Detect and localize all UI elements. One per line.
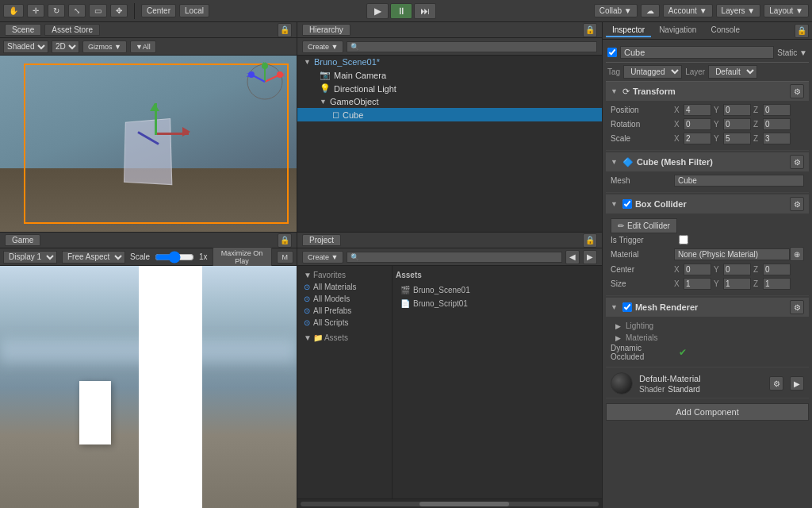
rotation-y-input[interactable] bbox=[723, 118, 751, 130]
project-tab[interactable]: Project bbox=[302, 234, 341, 246]
mute-btn[interactable]: M bbox=[277, 251, 294, 264]
game-tab[interactable]: Game bbox=[5, 234, 40, 246]
size-z-input[interactable] bbox=[763, 278, 791, 290]
scale-y-input[interactable] bbox=[723, 133, 751, 144]
position-x-input[interactable] bbox=[684, 104, 711, 116]
console-tab[interactable]: Console bbox=[704, 24, 746, 37]
collider-material-input[interactable] bbox=[674, 248, 790, 260]
material-settings-btn[interactable]: ⚙ bbox=[769, 376, 783, 391]
scene-tab[interactable]: Scene bbox=[5, 24, 41, 36]
navigation-tab[interactable]: Navigation bbox=[653, 24, 703, 37]
local-btn[interactable]: Local bbox=[179, 4, 209, 17]
svg-text:X: X bbox=[282, 72, 285, 78]
game-lock-btn[interactable]: 🔒 bbox=[278, 233, 292, 248]
hierarchy-camera-item[interactable]: 📷 Main Camera bbox=[297, 68, 602, 82]
inspector-lock-btn[interactable]: 🔒 bbox=[795, 24, 809, 38]
hierarchy-tab[interactable]: Hierarchy bbox=[302, 24, 350, 36]
materials-sub-header[interactable]: ▶ Materials bbox=[611, 332, 804, 344]
transform-settings-btn[interactable]: ⚙ bbox=[790, 84, 804, 98]
move-tool-btn[interactable]: ✛ bbox=[27, 4, 44, 17]
mesh-renderer-settings-btn[interactable]: ⚙ bbox=[790, 300, 804, 314]
layout-btn[interactable]: Layout ▼ bbox=[764, 4, 809, 17]
maximize-btn[interactable]: Maximize On Play bbox=[213, 247, 272, 267]
left-panels: Scene Asset Store 🔒 Shaded 2D Gizmos ▼ ▼… bbox=[0, 22, 297, 508]
transform-header[interactable]: ▼ ⟳ Transform ⚙ bbox=[606, 82, 809, 101]
hierarchy-cube-item[interactable]: ◻ Cube bbox=[297, 108, 602, 121]
account-btn[interactable]: Account ▼ bbox=[663, 4, 713, 17]
hierarchy-create-btn[interactable]: Create ▼ bbox=[302, 40, 343, 53]
aspect-select[interactable]: Free Aspect bbox=[62, 251, 125, 264]
mesh-filter-header[interactable]: ▼ 🔷 Cube (Mesh Filter) ⚙ bbox=[606, 152, 809, 171]
center-y-input[interactable] bbox=[723, 264, 751, 275]
rotation-row: Rotation X Y Z bbox=[611, 118, 804, 130]
project-scrollbar-thumb[interactable] bbox=[419, 502, 509, 506]
collider-material-pick-btn[interactable]: ⊕ bbox=[790, 247, 804, 261]
mode-select[interactable]: 2D bbox=[52, 40, 79, 53]
edit-collider-btn[interactable]: ✏ Edit Collider bbox=[611, 218, 677, 233]
shading-select[interactable]: Shaded bbox=[3, 40, 48, 53]
scale-slider[interactable] bbox=[155, 253, 194, 261]
gizmos-btn[interactable]: Gizmos ▼ bbox=[82, 40, 127, 53]
scale-z-input[interactable] bbox=[763, 133, 791, 144]
cloud-btn[interactable]: ☁ bbox=[641, 4, 660, 17]
layers-btn[interactable]: Layers ▼ bbox=[716, 4, 761, 17]
all-btn[interactable]: ▼All bbox=[130, 40, 156, 53]
project-create-btn[interactable]: Create ▼ bbox=[302, 251, 343, 264]
layer-select[interactable]: Default bbox=[708, 65, 757, 79]
project-nav-right-btn[interactable]: ▶ bbox=[583, 250, 597, 264]
project-scrollbar[interactable] bbox=[297, 498, 602, 508]
position-y-input[interactable] bbox=[723, 104, 751, 116]
box-collider-header[interactable]: ▼ Box Collider ⚙ bbox=[606, 194, 809, 214]
box-collider-enabled-checkbox[interactable] bbox=[622, 199, 632, 209]
size-y-input[interactable] bbox=[723, 278, 751, 290]
hierarchy-gameobject-item[interactable]: ▼ GameObject bbox=[297, 95, 602, 108]
tag-select[interactable]: Untagged bbox=[623, 65, 682, 79]
rect-tool-btn[interactable]: ▭ bbox=[89, 4, 107, 17]
lighting-sub-header[interactable]: ▶ Lighting bbox=[611, 320, 804, 332]
mesh-value-input[interactable] bbox=[674, 175, 804, 187]
add-component-btn[interactable]: Add Component bbox=[606, 403, 809, 421]
project-all-models-item[interactable]: ⊙ All Models bbox=[301, 293, 389, 305]
project-all-scripts-item[interactable]: ⊙ All Scripts bbox=[301, 317, 389, 329]
scene-lock-btn[interactable]: 🔒 bbox=[278, 23, 292, 37]
mesh-renderer-enabled-checkbox[interactable] bbox=[622, 302, 632, 312]
object-enabled-checkbox[interactable] bbox=[607, 48, 617, 57]
inspector-tab[interactable]: Inspector bbox=[606, 24, 651, 37]
is-trigger-checkbox[interactable] bbox=[679, 235, 688, 244]
asset-script-item[interactable]: 📄 Bruno_Script01 bbox=[397, 298, 597, 310]
project-nav-left-btn[interactable]: ◀ bbox=[565, 250, 580, 264]
position-z-input[interactable] bbox=[763, 104, 791, 116]
project-all-prefabs-item[interactable]: ⊙ All Prefabs bbox=[301, 305, 389, 317]
pause-btn[interactable]: ⏸ bbox=[390, 3, 412, 19]
project-lock-btn[interactable]: 🔒 bbox=[583, 233, 597, 248]
object-name-input[interactable] bbox=[620, 46, 774, 59]
collab-btn[interactable]: Collab ▼ bbox=[594, 4, 638, 17]
box-collider-settings-btn[interactable]: ⚙ bbox=[790, 197, 804, 211]
scale-x-input[interactable] bbox=[684, 133, 711, 144]
step-btn[interactable]: ⏭ bbox=[414, 3, 436, 19]
scene-root-item[interactable]: ▼ Bruno_Scene01* bbox=[297, 56, 602, 68]
display-select[interactable]: Display 1 bbox=[3, 251, 57, 264]
center-z-input[interactable] bbox=[763, 264, 791, 275]
size-x-input[interactable] bbox=[684, 278, 711, 290]
mesh-renderer-header[interactable]: ▼ Mesh Renderer ⚙ bbox=[606, 298, 809, 317]
asset-store-tab[interactable]: Asset Store bbox=[44, 24, 100, 36]
project-all-materials-item[interactable]: ⊙ All Materials bbox=[301, 281, 389, 293]
asset-scene-item[interactable]: 🎬 Bruno_Scene01 bbox=[397, 284, 597, 296]
transform-tool-btn[interactable]: ✥ bbox=[110, 4, 128, 17]
center-btn[interactable]: Center bbox=[141, 4, 176, 17]
scene-view[interactable]: X Y Z bbox=[0, 56, 297, 232]
play-btn[interactable]: ▶ bbox=[366, 3, 389, 19]
scale-tool-btn[interactable]: ⤡ bbox=[68, 4, 86, 17]
hand-tool-btn[interactable]: ✋ bbox=[3, 4, 24, 17]
rotation-x-input[interactable] bbox=[684, 118, 711, 130]
rotate-tool-btn[interactable]: ↻ bbox=[48, 4, 65, 17]
assets-folder-item[interactable]: ▼ 📁 Assets bbox=[301, 332, 389, 344]
hierarchy-lock-btn[interactable]: 🔒 bbox=[583, 23, 597, 37]
mesh-filter-settings-btn[interactable]: ⚙ bbox=[790, 155, 804, 169]
hierarchy-light-item[interactable]: 💡 Directional Light bbox=[297, 82, 602, 95]
center-x-input[interactable] bbox=[684, 264, 711, 275]
material-options-btn[interactable]: ▶ bbox=[790, 376, 804, 391]
position-xyz: X Y Z bbox=[674, 104, 804, 116]
rotation-z-input[interactable] bbox=[763, 118, 791, 130]
